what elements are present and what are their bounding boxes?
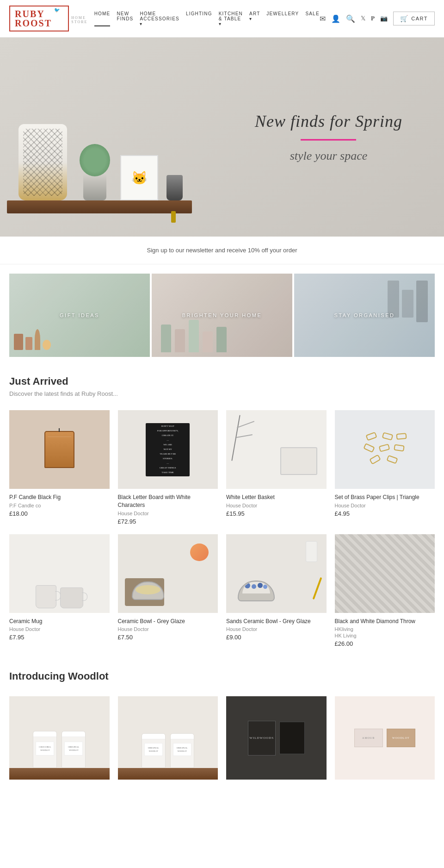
just-arrived-subtitle: Discover the latest finds at Ruby Roost.… (9, 390, 435, 397)
hero-banner: 🐱 New finds for Spring style your space (0, 37, 444, 237)
header-icons: ✉ 👤 🔍 𝕏 𝐏 📷 🛒 CART (320, 12, 435, 25)
product-candle-brand: P.F Candle co (9, 503, 110, 508)
woodlot-title: Introducing Woodlot (9, 670, 435, 682)
product-bowl-grey-brand: House Doctor (118, 626, 218, 632)
product-bowl-grey-name: Ceramic Bowl - Grey Glaze (118, 618, 218, 625)
woodlot-section: Introducing Woodlot (0, 661, 444, 696)
product-sands-bowl-name: Sands Ceramic Bowl - Grey Glaze (226, 618, 327, 625)
category-brighten[interactable]: BRIGHTEN YOUR HOME (152, 274, 292, 357)
nav-art[interactable]: ART ▾ (249, 11, 260, 26)
email-icon[interactable]: ✉ (320, 14, 326, 23)
category-label-organised: STAY ORGANISED (334, 312, 395, 318)
product-throw-price: £26.00 (335, 640, 435, 647)
product-mug[interactable]: Ceramic Mug House Doctor £7.95 (9, 534, 110, 648)
woodlot-item-3-image: WILDWOODS (226, 696, 327, 780)
products-row-2: Ceramic Mug House Doctor £7.95 Ceramic B… (0, 534, 444, 662)
product-clips-brand: House Doctor (335, 503, 435, 508)
product-candle-name: P.F Candle Black Fig (9, 493, 110, 501)
nav-lighting[interactable]: LIGHTING (186, 11, 212, 26)
product-letterboard-brand: House Doctor (118, 511, 218, 516)
nav-sale[interactable]: SALE (305, 11, 319, 26)
site-header: RUBY ROOST 🐦 HOME STORE HOME NEW FINDS H… (0, 0, 444, 37)
product-bowl-grey-image (118, 534, 218, 613)
account-icon[interactable]: 👤 (331, 14, 340, 23)
products-row-1: P.F Candle Black Fig P.F Candle co £18.0… (0, 410, 444, 534)
product-throw-name: Black and White Diamond Throw (335, 618, 435, 625)
woodlot-item-1[interactable]: CROCORIAWOODLOT ORIGINALWOODLOT (9, 696, 110, 780)
product-throw-brand2: HK Living (335, 633, 435, 638)
category-grid: GIFT IDEAS BRIGHTEN YOUR HOME STAY ORGAN… (0, 264, 444, 366)
nav-home[interactable]: HOME (94, 11, 111, 26)
product-candle-price: £18.00 (9, 510, 110, 517)
product-clips-name: Set of Brass Paper Clips | Triangle (335, 493, 435, 501)
product-basket-name: White Letter Basket (226, 493, 327, 501)
product-throw[interactable]: Black and White Diamond Throw HKliving H… (335, 534, 435, 648)
product-basket-image (226, 410, 327, 489)
social-instagram[interactable]: 📷 (380, 15, 388, 22)
product-bowl-grey[interactable]: Ceramic Bowl - Grey Glaze House Doctor £… (118, 534, 218, 648)
product-clips[interactable]: Set of Brass Paper Clips | Triangle Hous… (335, 410, 435, 525)
woodlot-item-4[interactable]: AMOUR WOODLOT (335, 696, 435, 780)
logo[interactable]: RUBY ROOST 🐦 HOME STORE (9, 6, 94, 31)
hero-subtitle: style your space (255, 149, 402, 163)
product-mug-name: Ceramic Mug (9, 618, 110, 625)
product-letterboard[interactable]: DON'T WAITFOR OPPORTUNITY,CREATE IT.—WE … (118, 410, 218, 525)
hero-text: New finds for Spring style your space (255, 112, 402, 163)
category-label-gift: GIFT IDEAS (60, 312, 99, 318)
woodlot-grid: CROCORIAWOODLOT ORIGINALWOODLOT O (0, 696, 444, 798)
product-letterboard-image: DON'T WAITFOR OPPORTUNITY,CREATE IT.—WE … (118, 410, 218, 489)
product-mug-price: £7.95 (9, 634, 110, 641)
product-sands-bowl[interactable]: Sands Ceramic Bowl - Grey Glaze House Do… (226, 534, 327, 648)
product-sands-bowl-brand: House Doctor (226, 626, 327, 632)
product-clips-price: £4.95 (335, 510, 435, 517)
product-mug-brand: House Doctor (9, 626, 110, 632)
product-candle-image (9, 410, 110, 489)
cart-icon: 🛒 (400, 15, 409, 22)
search-icon[interactable]: 🔍 (346, 14, 355, 23)
main-nav: HOME NEW FINDS HOME ACCESSORIES ▾ LIGHTI… (94, 11, 320, 26)
product-throw-image (335, 534, 435, 613)
category-organised[interactable]: STAY ORGANISED (294, 274, 435, 357)
woodlot-item-2[interactable]: ORIGINALWOODLOT ORIGINALWOODLOT (118, 696, 218, 780)
just-arrived-title: Just Arrived (9, 375, 435, 387)
product-bowl-grey-price: £7.50 (118, 634, 218, 641)
social-twitter[interactable]: 𝕏 (361, 15, 365, 22)
social-pinterest[interactable]: 𝐏 (371, 15, 375, 22)
product-basket-price: £15.95 (226, 510, 327, 517)
product-throw-brand: HKliving (335, 626, 435, 632)
product-sands-bowl-price: £9.00 (226, 634, 327, 641)
newsletter-text: Sign up to our newsletter and receive 10… (147, 247, 297, 254)
product-mug-image (9, 534, 110, 613)
logo-subtitle: HOME STORE (71, 16, 94, 24)
just-arrived-section: Just Arrived Discover the latest finds a… (0, 366, 444, 410)
cart-label: CART (411, 16, 428, 21)
nav-home-accessories[interactable]: HOME ACCESSORIES ▾ (140, 11, 179, 26)
hero-shelf: 🐱 (7, 65, 201, 213)
category-label-brighten: BRIGHTEN YOUR HOME (182, 312, 262, 318)
product-basket[interactable]: White Letter Basket House Doctor £15.95 (226, 410, 327, 525)
category-gift-ideas[interactable]: GIFT IDEAS (9, 274, 150, 357)
hero-divider (301, 139, 356, 141)
product-letterboard-price: £72.95 (118, 518, 218, 525)
nav-kitchen-table[interactable]: KITCHEN & TABLE ▾ (219, 11, 243, 26)
product-candle[interactable]: P.F Candle Black Fig P.F Candle co £18.0… (9, 410, 110, 525)
product-clips-image (335, 410, 435, 489)
woodlot-item-4-image: AMOUR WOODLOT (335, 696, 435, 780)
nav-jewellery[interactable]: JEWELLERY (266, 11, 299, 26)
newsletter-bar: Sign up to our newsletter and receive 10… (0, 237, 444, 264)
nav-new-finds[interactable]: NEW FINDS (117, 11, 133, 26)
cart-button[interactable]: 🛒 CART (393, 12, 435, 25)
footer-gap (0, 798, 444, 812)
woodlot-item-2-image: ORIGINALWOODLOT ORIGINALWOODLOT (118, 696, 218, 780)
woodlot-item-1-image: CROCORIAWOODLOT ORIGINALWOODLOT (9, 696, 110, 780)
product-letterboard-name: Black Letter Board with White Characters (118, 493, 218, 509)
product-basket-brand: House Doctor (226, 503, 327, 508)
product-sands-bowl-image (226, 534, 327, 613)
hero-title: New finds for Spring (255, 112, 402, 131)
woodlot-item-3[interactable]: WILDWOODS (226, 696, 327, 780)
